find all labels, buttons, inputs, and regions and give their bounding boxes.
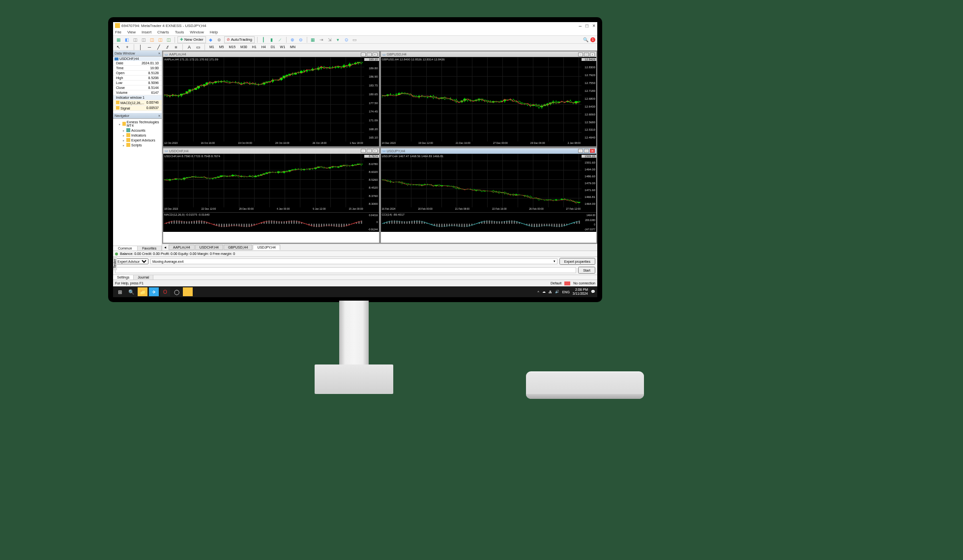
expert-icon[interactable]: ⊕ [216,36,223,43]
chrome-icon[interactable]: ◯ [172,287,181,296]
chart-tab-usdchf[interactable]: USDCHF,H4 [195,245,223,250]
timeframe-w1[interactable]: W1 [279,45,287,49]
tester-icon[interactable]: ◫ [165,36,172,43]
chart-window[interactable]: ▭ USDJPY,H4 – □ × USDJPY,H4 1467.47 1468… [380,148,597,244]
profiles-icon[interactable]: ◧ [123,36,130,43]
menu-insert[interactable]: Insert [142,30,151,34]
nav-tab-common[interactable]: Common [113,246,138,251]
tester-ea-select[interactable]: Moving Average.ex4▾ [150,258,557,264]
chart-tab-aapl[interactable]: AAPLm,H4 [169,245,195,250]
new-chart-icon[interactable]: ▦ [115,36,122,43]
tray-expand-icon[interactable]: ^ [537,290,539,294]
trendline-icon[interactable]: ╱ [155,44,162,51]
chart-close-icon[interactable]: × [590,149,595,153]
chart-canvas[interactable]: USDJPY,H4 1467.47 1468.56 1464.83 1466.8… [381,154,597,212]
minimize-button[interactable]: – [579,23,582,28]
timeframe-m5[interactable]: M5 [218,45,226,49]
chart-titlebar[interactable]: ▭ USDCHF,H4 – □ × [163,148,379,154]
fibo-icon[interactable]: ≡ [173,44,179,51]
indicator-pane[interactable]: MACD(12,26,9) -0.01575 -0.01640 0.040160… [163,212,379,232]
chart-window[interactable]: ▭ GBPUSD,H4 – □ × GBPUSD,H4 12.8400 12.8… [380,51,597,147]
channel-icon[interactable]: ⫽ [164,44,171,51]
chart-window[interactable]: ▭ AAPLm,H4 – □ × AAPLm,H4 171.21 172.21 … [163,51,379,147]
timeframe-m15[interactable]: M15 [227,45,237,49]
chart-tab-gbpusd[interactable]: GBPUSD,H4 [224,245,252,250]
clock[interactable]: 2:08 PM 3/11/2024 [573,288,588,295]
chart-titlebar[interactable]: ▭ GBPUSD,H4 – □ × [381,52,597,57]
cloud-icon[interactable]: ☁ [542,290,546,294]
tile-icon[interactable]: ▦ [310,36,317,43]
language-indicator[interactable]: ENG [562,290,570,294]
zoom-in-icon[interactable]: ⊕ [289,36,296,43]
chart-tab-usdjpy[interactable]: USDJPY,H4 [253,245,280,250]
chart-window[interactable]: ▭ USDCHF,H4 – □ × USDCHF,H4 8.7590 8.772… [163,148,379,244]
chart-maximize-icon[interactable]: □ [367,149,372,153]
menu-charts[interactable]: Charts [157,30,169,34]
text-icon[interactable]: A [186,44,193,51]
templates-icon[interactable]: ▭ [351,36,358,43]
nav-expert-advisors[interactable]: Expert Advisors [114,138,161,142]
data-window-icon[interactable]: ◫ [140,36,147,43]
panel-close-icon[interactable]: × [158,114,160,117]
start-button[interactable]: Start [578,267,595,274]
network-icon[interactable]: 🖧 [549,290,552,294]
start-button[interactable]: ⊞ [115,287,125,296]
nav-root[interactable]: Exness Technologies MT4 [114,120,161,128]
nav-tab-favorites[interactable]: Favorites [138,246,162,251]
mt4-taskbar-icon[interactable] [183,287,193,296]
timeframe-h1[interactable]: H1 [251,45,258,49]
close-button[interactable]: × [592,23,595,28]
file-explorer-icon[interactable]: 📁 [138,287,147,296]
opera-icon[interactable]: O [160,287,170,296]
nav-scripts[interactable]: Scripts [114,142,161,147]
volume-icon[interactable]: 🔊 [555,290,559,294]
tester-tab-settings[interactable]: Settings [113,275,134,280]
market-watch-icon[interactable]: ◫ [132,36,139,43]
notifications-icon[interactable]: 💬 [591,290,595,294]
chart-canvas[interactable]: GBPUSD,H4 12.8400 12.8526 12.8314 12.842… [381,57,597,146]
telegram-icon[interactable]: ✈ [149,287,159,296]
menu-tools[interactable]: Tools [175,30,184,34]
cursor-icon[interactable]: ↖ [115,44,122,51]
meta-icon[interactable]: ◆ [207,36,214,43]
zoom-out-icon[interactable]: ⊖ [297,36,304,43]
timeframe-m1[interactable]: M1 [208,45,216,49]
chart-titlebar[interactable]: ▭ USDJPY,H4 – □ × [381,148,597,154]
chart-minimize-icon[interactable]: – [361,149,366,153]
terminal-icon[interactable]: ◫ [157,36,164,43]
chart-canvas[interactable]: USDCHF,H4 8.7590 8.7723 8.7548 8.7674 8.… [163,154,379,212]
timeframe-mn[interactable]: MN [289,45,297,49]
alert-badge[interactable]: 1 [590,37,595,42]
chart-maximize-icon[interactable]: □ [367,53,372,56]
candle-chart-icon[interactable]: ▮ [268,36,275,43]
timeframe-d1[interactable]: D1 [269,45,277,49]
navigator-icon[interactable]: ◫ [148,36,155,43]
chart-minimize-icon[interactable]: – [578,149,583,153]
label-icon[interactable]: ▭ [195,44,202,51]
tester-type-select[interactable]: Expert Advisor [115,258,148,264]
line-chart-icon[interactable]: ⟋ [277,36,284,43]
indicators-icon[interactable]: ▾ [335,36,342,43]
shift-icon[interactable]: ⇥ [318,36,325,43]
chart-close-icon[interactable]: × [373,149,378,153]
nav-indicators[interactable]: Indicators [114,133,161,138]
autotrading-button[interactable]: ⊘AutoTrading [224,36,255,43]
indicator-pane[interactable]: CCI(14) -89.4017 1464.00200.22830-247.03… [381,212,597,232]
menu-help[interactable]: Help [210,30,218,34]
chart-maximize-icon[interactable]: □ [584,53,589,56]
chart-close-icon[interactable]: × [590,53,595,56]
chart-maximize-icon[interactable]: □ [584,149,589,153]
chart-minimize-icon[interactable]: – [361,53,366,56]
bar-chart-icon[interactable]: ┃ [260,36,267,43]
crosshair-icon[interactable]: + [124,44,131,51]
menu-file[interactable]: File [115,30,121,34]
chart-titlebar[interactable]: ▭ AAPLm,H4 – □ × [163,52,379,57]
hline-icon[interactable]: ─ [146,44,153,51]
maximize-button[interactable]: □ [585,23,588,28]
chart-canvas[interactable]: AAPLm,H4 171.21 172.21 170.92 171.09 193… [163,57,379,146]
search-icon[interactable]: 🔍 [582,36,589,43]
menu-window[interactable]: Window [190,30,204,34]
chart-close-icon[interactable]: × [373,53,378,56]
tabs-menu-icon[interactable]: ◂ [164,245,166,250]
menu-view[interactable]: View [127,30,136,34]
